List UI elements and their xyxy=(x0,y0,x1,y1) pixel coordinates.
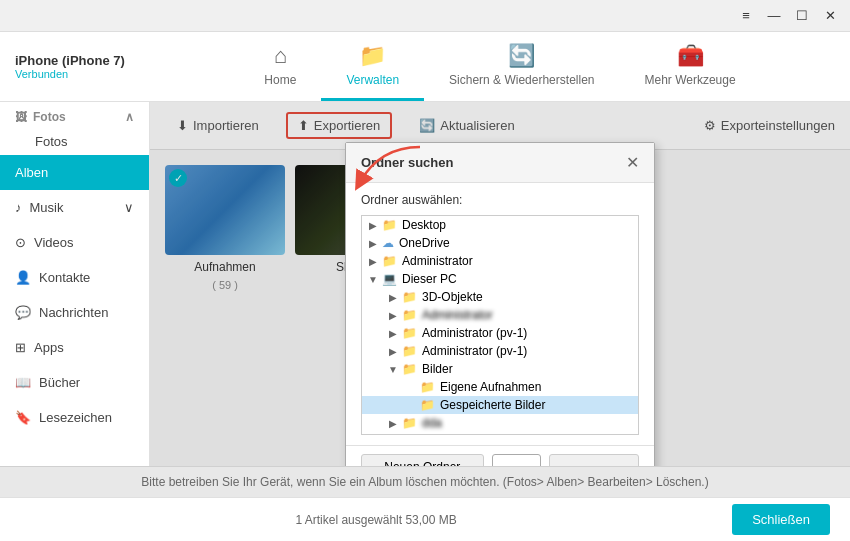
tree-label: 3D-Objekte xyxy=(422,290,483,304)
tab-home-label: Home xyxy=(264,73,296,87)
tree-label: Administrator (pv-1) xyxy=(422,344,527,358)
folder-icon: 📁 xyxy=(402,308,417,322)
tree-item-dda[interactable]: ▶ 📁 dda xyxy=(362,414,638,432)
tab-verwalten-label: Verwalten xyxy=(346,73,399,87)
folder-icon: 📁 xyxy=(402,344,417,358)
tree-label: Dieser PC xyxy=(402,272,457,286)
tree-item-onedrive[interactable]: ▶ ☁ OneDrive xyxy=(362,234,638,252)
music-icon: ♪ xyxy=(15,200,22,215)
folder-icon: 📁 xyxy=(402,326,417,340)
contact-icon: 👤 xyxy=(15,270,31,285)
sidebar-fotos-sub-label: Fotos xyxy=(35,134,68,149)
apps-icon: ⊞ xyxy=(15,340,26,355)
dialog-close-button[interactable]: ✕ xyxy=(626,153,639,172)
device-name: iPhone (iPhone 7) xyxy=(15,53,135,68)
cloud-icon: ☁ xyxy=(382,236,394,250)
tree-arrow-icon: ▼ xyxy=(386,364,400,375)
folder-icon: 📁 xyxy=(382,218,397,232)
dialog-title: Ordner suchen xyxy=(361,155,453,170)
books-icon: 📖 xyxy=(15,375,31,390)
ok-button[interactable]: OK xyxy=(492,454,541,466)
sidebar-item-apps[interactable]: ⊞ Apps xyxy=(0,330,149,365)
folder-select-label: Ordner auswählen: xyxy=(361,193,639,207)
sidebar-section-fotos[interactable]: 🖼 Fotos ∧ xyxy=(0,102,149,128)
tree-arrow-icon: ▶ xyxy=(386,328,400,339)
tab-werkzeuge[interactable]: 🧰 Mehr Werkzeuge xyxy=(619,32,760,101)
sidebar-item-kontakte[interactable]: 👤 Kontakte xyxy=(0,260,149,295)
tree-arrow-icon: ▼ xyxy=(366,274,380,285)
video-icon: ⊙ xyxy=(15,235,26,250)
close-window-button[interactable]: ✕ xyxy=(818,6,842,26)
dialog-footer: Neuen Ordner erstellen OK Abbrechen xyxy=(346,445,654,466)
sidebar-item-videos[interactable]: ⊙ Videos xyxy=(0,225,149,260)
sidebar-alben-label: Alben xyxy=(15,165,48,180)
tree-label: OneDrive xyxy=(399,236,450,250)
sidebar-videos-label: Videos xyxy=(34,235,74,250)
new-folder-button[interactable]: Neuen Ordner erstellen xyxy=(361,454,484,466)
titlebar-controls: ≡ — ☐ ✕ xyxy=(734,6,842,26)
folder-icon: 📁 xyxy=(359,43,386,69)
bottom-info-bar: Bitte betreiben Sie Ihr Gerät, wenn Sie … xyxy=(0,466,850,497)
tab-sichern[interactable]: 🔄 Sichern & Wiederherstellen xyxy=(424,32,619,101)
tree-label: Administrator (pv-1) xyxy=(422,326,527,340)
sidebar-lesezeichen-label: Lesezeichen xyxy=(39,410,112,425)
sidebar-item-buecher[interactable]: 📖 Bücher xyxy=(0,365,149,400)
tree-item-admin-pv1-a[interactable]: ▶ 📁 Administrator (pv-1) xyxy=(362,324,638,342)
tree-label: Administrator xyxy=(422,308,493,322)
maximize-button[interactable]: ☐ xyxy=(790,6,814,26)
sidebar-item-musik[interactable]: ♪ Musik ∨ xyxy=(0,190,149,225)
tree-item-desktop-sub[interactable]: ▶ 📁 Desktop xyxy=(362,432,638,435)
folder-icon: 📁 xyxy=(402,290,417,304)
dialog-overlay: Ordner suchen ✕ Ordner auswählen: ▶ 📁 De… xyxy=(150,102,850,466)
sidebar-item-fotos-sub[interactable]: Fotos xyxy=(0,128,149,155)
home-icon: ⌂ xyxy=(274,43,287,69)
tree-arrow-icon: ▶ xyxy=(366,256,380,267)
tree-item-gespeicherte-bilder[interactable]: 📁 Gespeicherte Bilder xyxy=(362,396,638,414)
tab-werkzeuge-label: Mehr Werkzeuge xyxy=(644,73,735,87)
tab-verwalten[interactable]: 📁 Verwalten xyxy=(321,32,424,101)
tree-item-desktop[interactable]: ▶ 📁 Desktop xyxy=(362,216,638,234)
status-info: 1 Artikel ausgewählt 53,00 MB xyxy=(20,513,732,527)
sidebar-fotos-label: Fotos xyxy=(33,110,66,124)
tree-arrow-icon: ▶ xyxy=(386,418,400,429)
sidebar-musik-label: Musik xyxy=(30,200,64,215)
cancel-button[interactable]: Abbrechen xyxy=(549,454,639,466)
tree-arrow-icon: ▶ xyxy=(386,292,400,303)
tree-item-admin2[interactable]: ▶ 📁 Administrator xyxy=(362,306,638,324)
sidebar-item-nachrichten[interactable]: 💬 Nachrichten xyxy=(0,295,149,330)
tree-item-administrator[interactable]: ▶ 📁 Administrator xyxy=(362,252,638,270)
tree-arrow-icon: ▶ xyxy=(386,346,400,357)
folder-icon: 📁 xyxy=(382,254,397,268)
tree-label: Bilder xyxy=(422,362,453,376)
tree-label: Eigene Aufnahmen xyxy=(440,380,541,394)
refresh-icon: 🔄 xyxy=(508,43,535,69)
tree-arrow-icon: ▶ xyxy=(386,310,400,321)
tree-item-dieser-pc[interactable]: ▼ 💻 Dieser PC xyxy=(362,270,638,288)
sidebar-item-lesezeichen[interactable]: 🔖 Lesezeichen xyxy=(0,400,149,435)
folder-icon: 📁 xyxy=(420,380,435,394)
computer-icon: 💻 xyxy=(382,272,397,286)
tree-item-3d-objekte[interactable]: ▶ 📁 3D-Objekte xyxy=(362,288,638,306)
folder-icon: 📁 xyxy=(402,416,417,430)
tree-item-bilder[interactable]: ▼ 📁 Bilder xyxy=(362,360,638,378)
tree-label: Gespeicherte Bilder xyxy=(440,398,545,412)
bottom-message: Bitte betreiben Sie Ihr Gerät, wenn Sie … xyxy=(141,475,708,489)
minimize-button[interactable]: — xyxy=(762,6,786,26)
folder-icon: 📁 xyxy=(402,434,417,435)
message-icon: 💬 xyxy=(15,305,31,320)
folder-icon: 📁 xyxy=(420,398,435,412)
tree-item-eigene-aufnahmen[interactable]: 📁 Eigene Aufnahmen xyxy=(362,378,638,396)
sidebar-item-alben[interactable]: Alben xyxy=(0,155,149,190)
tree-arrow-icon: ▶ xyxy=(366,238,380,249)
tab-sichern-label: Sichern & Wiederherstellen xyxy=(449,73,594,87)
content-area: ⬇ Importieren ⬆ Exportieren 🔄 Aktualisie… xyxy=(150,102,850,466)
schliessen-button[interactable]: Schließen xyxy=(732,504,830,535)
sidebar-nachrichten-label: Nachrichten xyxy=(39,305,108,320)
photos-icon: 🖼 xyxy=(15,110,27,124)
folder-tree[interactable]: ▶ 📁 Desktop ▶ ☁ OneDrive ▶ xyxy=(361,215,639,435)
device-status: Verbunden xyxy=(15,68,135,80)
tree-item-admin-pv1-b[interactable]: ▶ 📁 Administrator (pv-1) xyxy=(362,342,638,360)
sidebar-buecher-label: Bücher xyxy=(39,375,80,390)
tab-home[interactable]: ⌂ Home xyxy=(239,32,321,101)
menu-button[interactable]: ≡ xyxy=(734,6,758,26)
